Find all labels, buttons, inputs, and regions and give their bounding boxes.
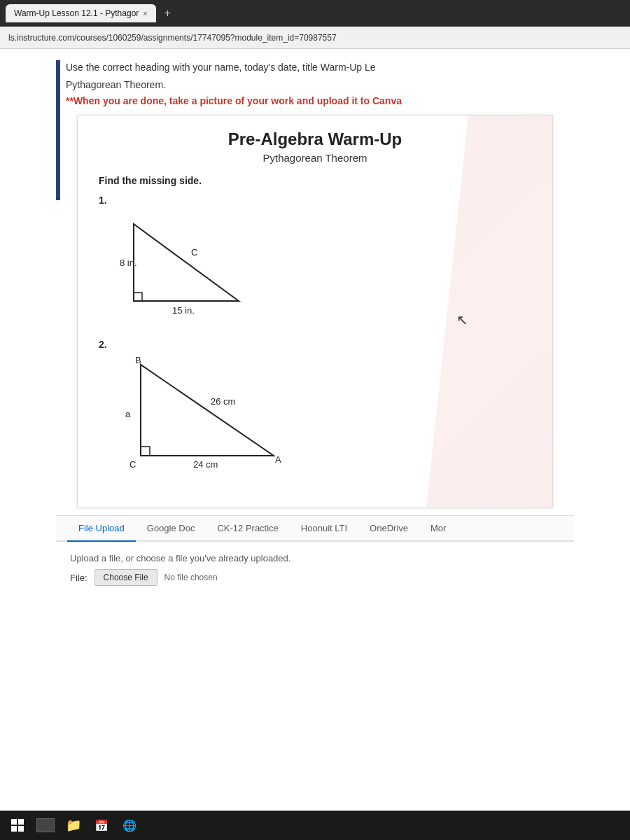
address-bar[interactable]: ls.instructure.com/courses/1060259/assig… xyxy=(0,27,630,49)
svg-text:C: C xyxy=(191,247,197,258)
upload-description: Upload a file, or choose a file you've a… xyxy=(70,553,560,564)
worksheet-title: Pre-Algebra Warm-Up xyxy=(99,130,531,149)
choose-file-button[interactable]: Choose File xyxy=(94,569,158,586)
svg-text:15 in.: 15 in. xyxy=(172,305,195,316)
svg-text:8 in.: 8 in. xyxy=(120,258,137,268)
triangle-1-svg: 8 in. 15 in. C xyxy=(113,210,267,322)
svg-marker-5 xyxy=(141,365,274,456)
worksheet: Pre-Algebra Warm-Up Pythagorean Theorem … xyxy=(77,115,553,508)
svg-text:B: B xyxy=(135,355,141,365)
calendar-icon: 📅 xyxy=(94,819,108,832)
worksheet-instruction: Find the missing side. xyxy=(99,175,531,186)
tab-ck12-practice[interactable]: CK-12 Practice xyxy=(206,516,289,542)
tab-file-upload[interactable]: File Upload xyxy=(67,516,136,542)
triangle-2-svg: B a C A 26 cm 24 cm xyxy=(113,354,309,477)
svg-text:a: a xyxy=(125,409,131,419)
taskbar-folder[interactable]: 📁 xyxy=(62,813,85,837)
file-manager-icon xyxy=(36,818,55,832)
file-label: File: xyxy=(70,573,88,583)
svg-text:24 cm: 24 cm xyxy=(193,459,218,470)
browser-icon: 🌐 xyxy=(122,819,136,832)
svg-marker-0 xyxy=(134,224,239,301)
upload-body: Upload a file, or choose a file you've a… xyxy=(56,542,574,597)
instruction-line1: Use the correct heading with your name, … xyxy=(66,60,574,75)
tab-onedrive[interactable]: OneDrive xyxy=(358,516,419,542)
upload-tabs: File Upload Google Doc CK-12 Practice Ho… xyxy=(56,516,574,542)
taskbar: 📁 📅 🌐 xyxy=(0,811,630,840)
problem-1: 1. 8 in. 15 in. C xyxy=(99,195,531,325)
tab-close-button[interactable]: × xyxy=(143,9,147,18)
folder-icon: 📁 xyxy=(66,818,81,833)
triangle-2-container: B a C A 26 cm 24 cm xyxy=(113,354,309,479)
svg-text:A: A xyxy=(275,454,281,465)
url-text: ls.instructure.com/courses/1060259/assig… xyxy=(8,33,337,43)
browser-chrome: Warm-Up Lesson 12.1 - Pythagor × + xyxy=(0,0,630,27)
problem-1-number: 1. xyxy=(99,195,531,206)
taskbar-calendar[interactable]: 📅 xyxy=(90,813,113,837)
instruction-line2: Pythagorean Theorem. xyxy=(66,78,574,92)
tab-more[interactable]: Mor xyxy=(419,516,457,542)
page-content: Use the correct heading with your name, … xyxy=(0,49,630,811)
left-margin-bar xyxy=(56,60,60,200)
upload-section: File Upload Google Doc CK-12 Practice Ho… xyxy=(56,515,574,597)
taskbar-file-manager[interactable] xyxy=(34,813,57,837)
svg-rect-1 xyxy=(134,293,142,301)
windows-icon xyxy=(11,819,24,832)
no-file-chosen-text: No file chosen xyxy=(164,573,218,582)
worksheet-subtitle: Pythagorean Theorem xyxy=(99,152,531,164)
svg-text:C: C xyxy=(130,459,136,470)
active-tab[interactable]: Warm-Up Lesson 12.1 - Pythagor × xyxy=(6,4,156,22)
tab-hoonuit-lti[interactable]: Hoonuit LTI xyxy=(290,516,358,542)
tab-bar: Warm-Up Lesson 12.1 - Pythagor × + xyxy=(6,4,624,22)
problem-2-number: 2. xyxy=(99,339,531,350)
tab-google-doc[interactable]: Google Doc xyxy=(136,516,206,542)
windows-start-button[interactable] xyxy=(6,813,29,837)
file-row: File: Choose File No file chosen xyxy=(70,569,560,586)
problem-2: 2. B a C A 26 cm xyxy=(99,339,531,479)
highlight-instruction: **When you are done, take a picture of y… xyxy=(66,95,574,106)
tab-title: Warm-Up Lesson 12.1 - Pythagor xyxy=(14,8,139,18)
new-tab-button[interactable]: + xyxy=(159,7,176,20)
triangle-1-container: 8 in. 15 in. C xyxy=(113,210,267,325)
svg-text:26 cm: 26 cm xyxy=(211,396,235,407)
svg-rect-6 xyxy=(141,447,150,456)
taskbar-browser[interactable]: 🌐 xyxy=(118,813,141,837)
